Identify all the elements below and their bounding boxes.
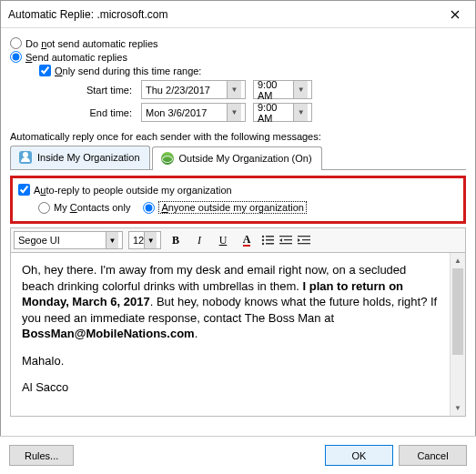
- cancel-button[interactable]: Cancel: [399, 445, 467, 466]
- check-auto-reply-outside-label: Auto-reply to people outside my organiza…: [34, 185, 232, 196]
- editor-area: Oh, hey there. I'm away from my desk and…: [10, 253, 466, 417]
- radio-no-send-input[interactable]: [10, 37, 22, 49]
- text: Al Sacco: [22, 379, 439, 396]
- window-title: Automatic Replie: .microsoft.com: [8, 8, 434, 21]
- titlebar: Automatic Replie: .microsoft.com: [1, 1, 475, 28]
- svg-rect-10: [302, 239, 310, 240]
- scroll-down-icon[interactable]: ▼: [451, 400, 465, 416]
- tab-outside-label: Outside My Organization (On): [179, 153, 312, 164]
- dialog-content: Do not send automatic replies Send autom…: [1, 28, 475, 424]
- radio-send-input[interactable]: [10, 51, 22, 63]
- check-auto-reply-outside-input[interactable]: [18, 184, 30, 196]
- svg-rect-3: [266, 239, 274, 241]
- editor-toolbar: Segoe UI ▼ 12 ▼ B I U A: [10, 227, 466, 253]
- svg-rect-1: [266, 236, 274, 237]
- chevron-down-icon: ▼: [227, 81, 241, 98]
- auto-reply-section-label: Automatically reply once for each sender…: [10, 131, 466, 142]
- font-size-select[interactable]: 12 ▼: [128, 231, 161, 249]
- italic-button[interactable]: I: [190, 231, 208, 249]
- radio-anyone-outside[interactable]: Anyone outside my organization: [143, 201, 307, 214]
- outside-options-highlight: Auto-reply to people outside my organiza…: [10, 176, 466, 224]
- end-time-label: End time:: [57, 107, 141, 118]
- check-auto-reply-outside[interactable]: Auto-reply to people outside my organiza…: [18, 184, 458, 196]
- svg-point-2: [262, 239, 264, 241]
- dialog-footer: Rules... OK Cancel: [0, 436, 476, 474]
- radio-contacts-only-label: My Contacts only: [54, 202, 130, 213]
- svg-point-4: [262, 243, 264, 245]
- end-time-select[interactable]: 9:00 AM ▼: [253, 103, 312, 122]
- start-time-label: Start time:: [57, 85, 141, 96]
- editor-scrollbar[interactable]: ▲ ▼: [450, 253, 465, 416]
- text: .: [195, 327, 198, 340]
- bold-button[interactable]: B: [167, 231, 185, 249]
- font-size-value: 12: [133, 235, 144, 246]
- chevron-down-icon: ▼: [144, 232, 157, 248]
- cancel-button-label: Cancel: [417, 450, 448, 461]
- start-time-select[interactable]: 9:00 AM ▼: [253, 80, 312, 99]
- tabs: Inside My Organization Outside My Organi…: [10, 146, 466, 170]
- start-time-value: 9:00 AM: [258, 79, 293, 101]
- chevron-down-icon: ▼: [293, 81, 308, 98]
- start-date-select[interactable]: Thu 2/23/2017 ▼: [141, 80, 246, 99]
- svg-rect-9: [298, 236, 310, 237]
- start-time-row: Start time: Thu 2/23/2017 ▼ 9:00 AM ▼: [57, 80, 466, 99]
- check-only-range-label: Only send during this time range:: [55, 66, 201, 76]
- indent-button[interactable]: [298, 235, 310, 246]
- tab-inside-org[interactable]: Inside My Organization: [10, 146, 150, 169]
- globe-icon: [160, 151, 175, 166]
- svg-rect-8: [279, 243, 292, 244]
- close-button[interactable]: [434, 1, 475, 28]
- end-time-value: 9:00 AM: [258, 102, 293, 124]
- text-bold: BossMan@MobileNations.com: [22, 327, 195, 340]
- bullet-list-icon: [261, 235, 274, 246]
- bullet-list-button[interactable]: [261, 235, 274, 246]
- font-family-value: Segoe UI: [18, 235, 60, 246]
- outdent-button[interactable]: [279, 235, 292, 246]
- font-color-button[interactable]: A: [238, 231, 256, 249]
- chevron-down-icon: ▼: [293, 104, 308, 121]
- radio-no-send-label: Do not send automatic replies: [25, 38, 158, 49]
- close-icon: [451, 10, 460, 19]
- message-body: Oh, hey there. I'm away from my desk and…: [22, 262, 439, 342]
- rules-button-label: Rules...: [25, 450, 58, 461]
- end-time-row: End time: Mon 3/6/2017 ▼ 9:00 AM ▼: [57, 103, 466, 122]
- scroll-up-icon[interactable]: ▲: [451, 253, 465, 268]
- svg-point-0: [262, 236, 264, 237]
- radio-contacts-only[interactable]: My Contacts only: [38, 202, 130, 214]
- outdent-icon: [279, 235, 292, 246]
- end-date-select[interactable]: Mon 3/6/2017 ▼: [141, 103, 246, 122]
- svg-rect-5: [266, 243, 274, 245]
- radio-no-send[interactable]: Do not send automatic replies: [10, 37, 466, 49]
- indent-icon: [298, 235, 310, 246]
- check-only-range[interactable]: Only send during this time range:: [39, 65, 466, 76]
- end-date-value: Mon 3/6/2017: [146, 107, 207, 118]
- ok-button-label: OK: [352, 450, 367, 461]
- radio-anyone-outside-input[interactable]: [143, 202, 155, 214]
- svg-rect-7: [284, 239, 292, 240]
- radio-anyone-outside-label: Anyone outside my organization: [158, 201, 307, 214]
- tab-outside-org[interactable]: Outside My Organization (On): [152, 146, 322, 170]
- rules-button[interactable]: Rules...: [9, 445, 74, 466]
- message-editor[interactable]: Oh, hey there. I'm away from my desk and…: [11, 253, 450, 416]
- chevron-down-icon: ▼: [106, 232, 118, 248]
- chevron-down-icon: ▼: [227, 104, 241, 121]
- scroll-thumb[interactable]: [452, 268, 463, 355]
- radio-contacts-only-input[interactable]: [38, 202, 50, 214]
- svg-rect-6: [279, 236, 292, 237]
- start-date-value: Thu 2/23/2017: [146, 85, 210, 96]
- person-icon: [18, 150, 33, 165]
- radio-send-label: Send automatic replies: [25, 52, 127, 63]
- svg-rect-11: [298, 243, 310, 244]
- text: Mahalo.: [22, 353, 439, 369]
- radio-send[interactable]: Send automatic replies: [10, 51, 466, 63]
- check-only-range-input[interactable]: [39, 65, 51, 76]
- ok-button[interactable]: OK: [325, 445, 393, 466]
- tab-inside-label: Inside My Organization: [37, 152, 140, 163]
- underline-button[interactable]: U: [214, 231, 232, 249]
- font-family-select[interactable]: Segoe UI ▼: [14, 231, 123, 249]
